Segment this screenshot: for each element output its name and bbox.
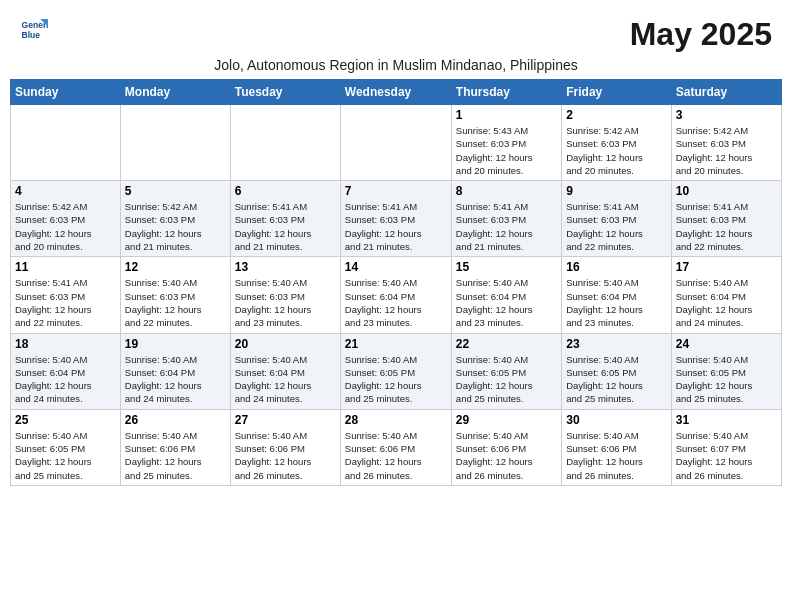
day-info: Sunrise: 5:40 AM Sunset: 6:07 PM Dayligh… — [676, 429, 777, 482]
svg-text:Blue: Blue — [22, 30, 41, 40]
week-row-1: 1Sunrise: 5:43 AM Sunset: 6:03 PM Daylig… — [11, 105, 782, 181]
day-cell: 27Sunrise: 5:40 AM Sunset: 6:06 PM Dayli… — [230, 409, 340, 485]
day-cell: 10Sunrise: 5:41 AM Sunset: 6:03 PM Dayli… — [671, 181, 781, 257]
day-cell: 8Sunrise: 5:41 AM Sunset: 6:03 PM Daylig… — [451, 181, 561, 257]
day-cell: 2Sunrise: 5:42 AM Sunset: 6:03 PM Daylig… — [562, 105, 671, 181]
day-number: 25 — [15, 413, 116, 427]
day-cell: 15Sunrise: 5:40 AM Sunset: 6:04 PM Dayli… — [451, 257, 561, 333]
day-number: 6 — [235, 184, 336, 198]
day-number: 19 — [125, 337, 226, 351]
day-number: 17 — [676, 260, 777, 274]
week-row-4: 18Sunrise: 5:40 AM Sunset: 6:04 PM Dayli… — [11, 333, 782, 409]
day-cell: 30Sunrise: 5:40 AM Sunset: 6:06 PM Dayli… — [562, 409, 671, 485]
weekday-header-row: SundayMondayTuesdayWednesdayThursdayFrid… — [11, 80, 782, 105]
day-cell: 13Sunrise: 5:40 AM Sunset: 6:03 PM Dayli… — [230, 257, 340, 333]
day-info: Sunrise: 5:42 AM Sunset: 6:03 PM Dayligh… — [125, 200, 226, 253]
day-number: 8 — [456, 184, 557, 198]
day-number: 14 — [345, 260, 447, 274]
week-row-3: 11Sunrise: 5:41 AM Sunset: 6:03 PM Dayli… — [11, 257, 782, 333]
day-info: Sunrise: 5:40 AM Sunset: 6:04 PM Dayligh… — [566, 276, 666, 329]
day-cell: 17Sunrise: 5:40 AM Sunset: 6:04 PM Dayli… — [671, 257, 781, 333]
day-info: Sunrise: 5:40 AM Sunset: 6:05 PM Dayligh… — [456, 353, 557, 406]
day-cell: 22Sunrise: 5:40 AM Sunset: 6:05 PM Dayli… — [451, 333, 561, 409]
day-number: 30 — [566, 413, 666, 427]
day-cell: 5Sunrise: 5:42 AM Sunset: 6:03 PM Daylig… — [120, 181, 230, 257]
day-cell: 24Sunrise: 5:40 AM Sunset: 6:05 PM Dayli… — [671, 333, 781, 409]
day-info: Sunrise: 5:42 AM Sunset: 6:03 PM Dayligh… — [566, 124, 666, 177]
day-cell: 23Sunrise: 5:40 AM Sunset: 6:05 PM Dayli… — [562, 333, 671, 409]
month-title: May 2025 — [630, 16, 772, 53]
day-info: Sunrise: 5:40 AM Sunset: 6:05 PM Dayligh… — [345, 353, 447, 406]
weekday-wednesday: Wednesday — [340, 80, 451, 105]
day-info: Sunrise: 5:40 AM Sunset: 6:04 PM Dayligh… — [676, 276, 777, 329]
weekday-saturday: Saturday — [671, 80, 781, 105]
weekday-monday: Monday — [120, 80, 230, 105]
day-number: 2 — [566, 108, 666, 122]
day-cell — [11, 105, 121, 181]
day-cell: 14Sunrise: 5:40 AM Sunset: 6:04 PM Dayli… — [340, 257, 451, 333]
day-info: Sunrise: 5:40 AM Sunset: 6:05 PM Dayligh… — [566, 353, 666, 406]
logo: General Blue — [20, 16, 48, 44]
weekday-sunday: Sunday — [11, 80, 121, 105]
day-info: Sunrise: 5:41 AM Sunset: 6:03 PM Dayligh… — [235, 200, 336, 253]
day-cell: 19Sunrise: 5:40 AM Sunset: 6:04 PM Dayli… — [120, 333, 230, 409]
day-cell: 16Sunrise: 5:40 AM Sunset: 6:04 PM Dayli… — [562, 257, 671, 333]
day-info: Sunrise: 5:41 AM Sunset: 6:03 PM Dayligh… — [566, 200, 666, 253]
day-cell: 12Sunrise: 5:40 AM Sunset: 6:03 PM Dayli… — [120, 257, 230, 333]
day-number: 1 — [456, 108, 557, 122]
day-info: Sunrise: 5:40 AM Sunset: 6:04 PM Dayligh… — [235, 353, 336, 406]
day-cell: 28Sunrise: 5:40 AM Sunset: 6:06 PM Dayli… — [340, 409, 451, 485]
day-cell — [120, 105, 230, 181]
day-cell: 29Sunrise: 5:40 AM Sunset: 6:06 PM Dayli… — [451, 409, 561, 485]
day-number: 22 — [456, 337, 557, 351]
day-number: 16 — [566, 260, 666, 274]
day-info: Sunrise: 5:42 AM Sunset: 6:03 PM Dayligh… — [15, 200, 116, 253]
logo-icon: General Blue — [20, 16, 48, 44]
day-info: Sunrise: 5:40 AM Sunset: 6:04 PM Dayligh… — [345, 276, 447, 329]
weekday-thursday: Thursday — [451, 80, 561, 105]
week-row-5: 25Sunrise: 5:40 AM Sunset: 6:05 PM Dayli… — [11, 409, 782, 485]
day-info: Sunrise: 5:40 AM Sunset: 6:05 PM Dayligh… — [676, 353, 777, 406]
header: General Blue May 2025 — [10, 10, 782, 53]
day-number: 24 — [676, 337, 777, 351]
weekday-tuesday: Tuesday — [230, 80, 340, 105]
day-info: Sunrise: 5:41 AM Sunset: 6:03 PM Dayligh… — [676, 200, 777, 253]
day-number: 20 — [235, 337, 336, 351]
day-cell: 25Sunrise: 5:40 AM Sunset: 6:05 PM Dayli… — [11, 409, 121, 485]
day-number: 5 — [125, 184, 226, 198]
day-number: 28 — [345, 413, 447, 427]
day-cell: 26Sunrise: 5:40 AM Sunset: 6:06 PM Dayli… — [120, 409, 230, 485]
day-info: Sunrise: 5:40 AM Sunset: 6:04 PM Dayligh… — [125, 353, 226, 406]
day-cell: 18Sunrise: 5:40 AM Sunset: 6:04 PM Dayli… — [11, 333, 121, 409]
day-number: 23 — [566, 337, 666, 351]
day-info: Sunrise: 5:40 AM Sunset: 6:05 PM Dayligh… — [15, 429, 116, 482]
day-info: Sunrise: 5:40 AM Sunset: 6:06 PM Dayligh… — [566, 429, 666, 482]
day-number: 18 — [15, 337, 116, 351]
day-cell: 1Sunrise: 5:43 AM Sunset: 6:03 PM Daylig… — [451, 105, 561, 181]
day-info: Sunrise: 5:40 AM Sunset: 6:04 PM Dayligh… — [15, 353, 116, 406]
day-number: 27 — [235, 413, 336, 427]
week-row-2: 4Sunrise: 5:42 AM Sunset: 6:03 PM Daylig… — [11, 181, 782, 257]
day-number: 3 — [676, 108, 777, 122]
day-info: Sunrise: 5:43 AM Sunset: 6:03 PM Dayligh… — [456, 124, 557, 177]
day-number: 21 — [345, 337, 447, 351]
day-number: 9 — [566, 184, 666, 198]
day-number: 10 — [676, 184, 777, 198]
day-info: Sunrise: 5:40 AM Sunset: 6:03 PM Dayligh… — [125, 276, 226, 329]
day-cell: 31Sunrise: 5:40 AM Sunset: 6:07 PM Dayli… — [671, 409, 781, 485]
day-number: 4 — [15, 184, 116, 198]
day-info: Sunrise: 5:40 AM Sunset: 6:06 PM Dayligh… — [345, 429, 447, 482]
day-cell: 4Sunrise: 5:42 AM Sunset: 6:03 PM Daylig… — [11, 181, 121, 257]
day-cell: 6Sunrise: 5:41 AM Sunset: 6:03 PM Daylig… — [230, 181, 340, 257]
day-number: 11 — [15, 260, 116, 274]
day-number: 26 — [125, 413, 226, 427]
day-number: 15 — [456, 260, 557, 274]
day-info: Sunrise: 5:40 AM Sunset: 6:06 PM Dayligh… — [125, 429, 226, 482]
calendar-table: SundayMondayTuesdayWednesdayThursdayFrid… — [10, 79, 782, 486]
day-cell: 7Sunrise: 5:41 AM Sunset: 6:03 PM Daylig… — [340, 181, 451, 257]
day-cell: 9Sunrise: 5:41 AM Sunset: 6:03 PM Daylig… — [562, 181, 671, 257]
day-info: Sunrise: 5:41 AM Sunset: 6:03 PM Dayligh… — [345, 200, 447, 253]
day-cell: 20Sunrise: 5:40 AM Sunset: 6:04 PM Dayli… — [230, 333, 340, 409]
calendar-subtitle: Jolo, Autonomous Region in Muslim Mindan… — [10, 57, 782, 73]
day-cell: 11Sunrise: 5:41 AM Sunset: 6:03 PM Dayli… — [11, 257, 121, 333]
